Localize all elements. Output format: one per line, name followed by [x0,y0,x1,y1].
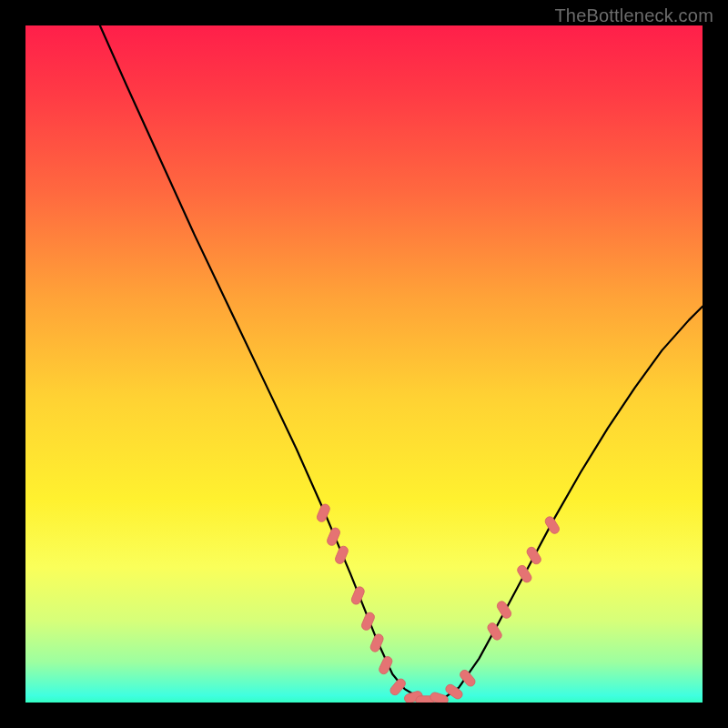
curve-markers [316,503,561,703]
curve-marker [525,545,542,565]
plot-area [25,25,703,703]
curve-marker [516,564,533,584]
curve-marker [486,622,503,642]
chart-svg [25,25,703,703]
curve-marker [430,692,450,703]
watermark-text: TheBottleneck.com [554,5,713,26]
curve-marker [326,527,341,547]
curve-marker [350,585,366,605]
curve-marker [389,677,408,697]
bottleneck-curve [100,25,703,701]
chart-frame: TheBottleneck.com [0,0,728,728]
curve-marker [360,612,376,632]
curve-marker [334,545,349,565]
